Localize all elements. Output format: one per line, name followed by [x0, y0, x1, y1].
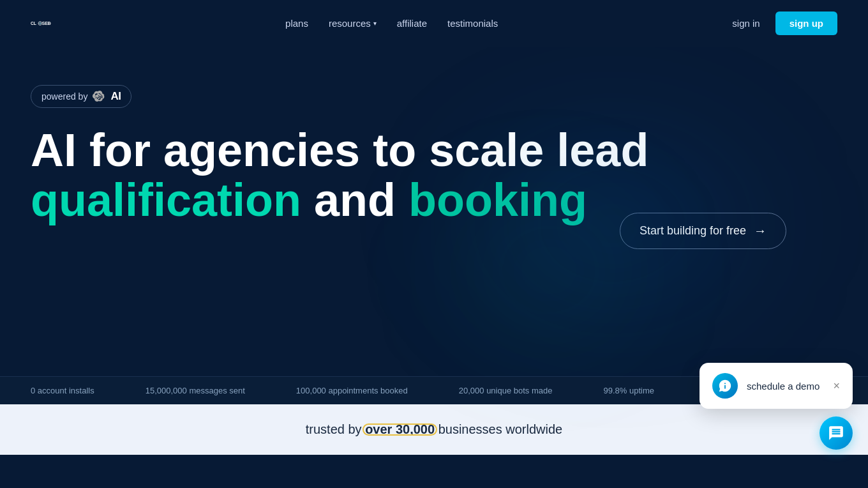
powered-by-label: powered by [41, 91, 87, 102]
hero-headline: AI for agencies to scale lead qualificat… [31, 126, 733, 225]
cta-label: Start building for free [640, 224, 746, 238]
svg-text:SEBOT: SEBOT [42, 21, 51, 26]
stat-1: 15,000,000 messages sent [146, 386, 245, 395]
logo[interactable]: CL SEBOT [31, 13, 51, 34]
nav-link-plans[interactable]: plans [285, 18, 308, 29]
ai-badge-text: AI [110, 90, 121, 103]
stat-2: 100,000 appointments booked [296, 386, 408, 395]
chevron-down-icon: ▾ [373, 20, 377, 27]
start-building-button[interactable]: Start building for free → [620, 213, 786, 249]
chat-fab-button[interactable] [819, 416, 853, 450]
nav-right: sign in sign up [732, 11, 837, 35]
nav-item-affiliate[interactable]: affiliate [397, 18, 427, 29]
chat-popup: schedule a demo × [700, 363, 853, 409]
nav-link-testimonials[interactable]: testimonials [447, 18, 498, 29]
chat-popup-icon [712, 373, 738, 399]
chat-popup-label: schedule a demo [747, 381, 819, 392]
headline-line1: AI for agencies to scale lead [31, 125, 648, 176]
stat-4: 99.8% uptime [604, 386, 655, 395]
nav-link-resources[interactable]: resources ▾ [329, 18, 377, 29]
arrow-icon: → [754, 224, 767, 238]
headline-booking: booking [408, 174, 587, 225]
trusted-highlight: over 30,000 [365, 422, 435, 437]
nav-item-testimonials[interactable]: testimonials [447, 18, 498, 29]
navbar: CL SEBOT plans resources ▾ affiliate tes… [0, 0, 868, 47]
nav-link-affiliate[interactable]: affiliate [397, 18, 427, 29]
openai-icon [93, 90, 105, 103]
sign-up-button[interactable]: sign up [775, 11, 837, 35]
nav-links: plans resources ▾ affiliate testimonials [285, 18, 498, 29]
stat-3: 20,000 unique bots made [459, 386, 553, 395]
nav-item-plans[interactable]: plans [285, 18, 308, 29]
hero-section: powered by AI AI for agencies to scale l… [0, 47, 868, 404]
stat-0: 0 account installs [31, 386, 94, 395]
trusted-after: businesses worldwide [435, 422, 562, 436]
powered-by-badge: powered by AI [31, 85, 131, 108]
nav-item-resources[interactable]: resources ▾ [329, 18, 377, 29]
trusted-before: trusted by [306, 422, 365, 436]
headline-qualification: qualification [31, 174, 301, 225]
headline-and: and [301, 174, 408, 225]
svg-text:CL: CL [31, 21, 36, 26]
close-icon[interactable]: × [833, 380, 840, 392]
chat-widget: schedule a demo × [700, 363, 853, 450]
sign-in-link[interactable]: sign in [732, 18, 760, 29]
